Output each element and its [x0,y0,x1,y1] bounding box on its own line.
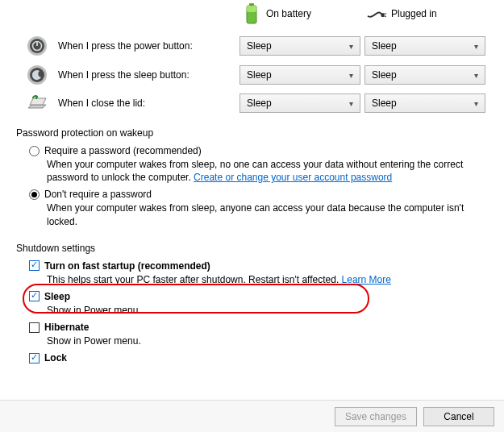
sleep-button-icon [27,64,48,85]
sleep-button-battery-select[interactable]: Sleep ▾ [240,65,360,85]
power-button-plugged-select[interactable]: Sleep ▾ [364,36,485,56]
chevron-down-icon: ▾ [474,99,478,108]
section-heading-password: Password protection on wakeup [16,127,488,139]
fast-startup-desc: This helps start your PC faster after sh… [47,273,482,286]
checkbox-lock-label: Lock [44,352,67,363]
section-heading-shutdown: Shutdown settings [16,243,488,254]
power-button-icon [27,35,48,56]
radio-require-password[interactable] [29,146,40,156]
checkbox-fast-startup-label: Turn on fast startup (recommended) [44,260,210,272]
radio-dont-require-password-label: Don't require a password [44,189,152,200]
checkbox-fast-startup[interactable] [29,260,40,271]
sleep-button-plugged-select[interactable]: Sleep ▾ [364,65,485,85]
checkbox-sleep-label: Sleep [44,291,70,302]
sleep-button-battery-value: Sleep [247,69,272,81]
dont-require-password-desc: When your computer wakes from sleep, any… [47,201,482,227]
cancel-button[interactable]: Cancel [423,407,494,426]
row-power-button-label: When I press the power button: [58,40,240,52]
svg-rect-2 [247,6,256,12]
row-power-button: When I press the power button: Sleep ▾ S… [16,35,488,56]
row-lid: When I close the lid: Sleep ▾ Sleep ▾ [16,93,488,113]
sleep-desc: Show in Power menu. [47,304,482,317]
power-button-battery-select[interactable]: Sleep ▾ [240,36,360,56]
column-header-plugged-label: Plugged in [391,8,437,19]
lid-plugged-value: Sleep [372,98,397,109]
column-header-battery-label: On battery [266,8,311,19]
row-sleep-button: When I press the sleep button: Sleep ▾ S… [16,64,488,85]
row-sleep-button-label: When I press the sleep button: [58,69,240,81]
radio-dont-require-password[interactable] [29,189,40,200]
svg-rect-3 [381,13,385,17]
column-header-battery: On battery [242,2,363,25]
checkbox-sleep[interactable] [29,291,40,301]
lid-battery-value: Sleep [247,98,272,109]
power-button-plugged-value: Sleep [372,40,397,52]
lid-icon [25,93,49,113]
chevron-down-icon: ▾ [349,99,353,108]
require-password-desc: When your computer wakes from sleep, no … [47,158,482,184]
radio-require-password-label: Require a password (recommended) [44,145,202,156]
link-learn-more[interactable]: Learn More [342,274,391,285]
save-changes-button[interactable]: Save changes [335,407,417,426]
checkbox-lock[interactable] [29,353,40,363]
chevron-down-icon: ▾ [474,42,478,51]
checkbox-hibernate[interactable] [29,322,40,333]
footer: Save changes Cancel [0,400,504,432]
power-button-battery-value: Sleep [247,40,272,52]
chevron-down-icon: ▾ [349,42,353,51]
lid-plugged-select[interactable]: Sleep ▾ [364,93,485,113]
chevron-down-icon: ▾ [474,71,478,80]
lid-battery-select[interactable]: Sleep ▾ [240,93,360,113]
row-lid-label: When I close the lid: [58,98,240,109]
checkbox-hibernate-label: Hibernate [44,322,89,333]
column-header-plugged: Plugged in [367,2,488,25]
hibernate-desc: Show in Power menu. [47,334,482,347]
sleep-button-plugged-value: Sleep [372,69,397,81]
link-create-change-password[interactable]: Create or change your user account passw… [194,172,392,183]
chevron-down-icon: ▾ [349,71,353,80]
plug-icon [367,2,386,25]
battery-icon [242,2,261,25]
